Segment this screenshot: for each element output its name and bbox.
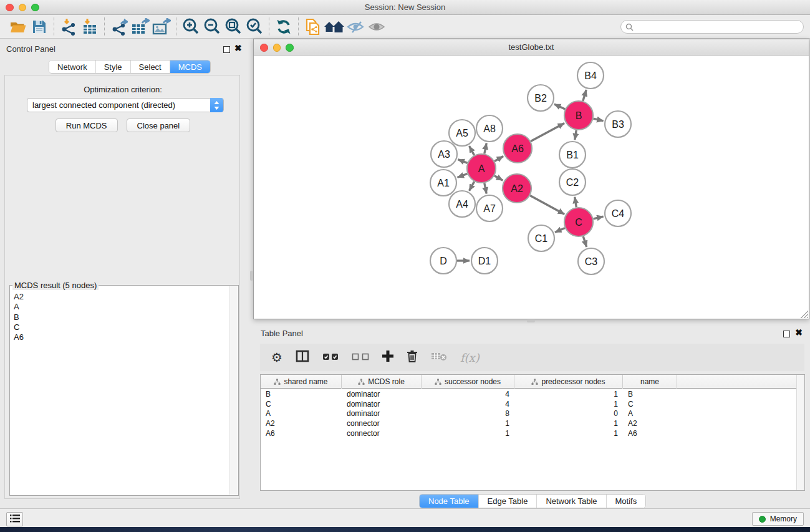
open-session-button[interactable] xyxy=(7,17,29,37)
graph-node-C4[interactable]: C4 xyxy=(605,200,631,226)
memory-button[interactable]: Memory xyxy=(752,512,804,526)
tab-motifs[interactable]: Motifs xyxy=(607,495,646,508)
graph-node-C1[interactable]: C1 xyxy=(528,225,554,251)
network-canvas[interactable]: B4B2BB3B1A5A8A6A3AA1C2A2A4A7C4CC1C3DD1 xyxy=(254,56,809,319)
edge-A-A6[interactable] xyxy=(494,157,503,162)
graph-node-A8[interactable]: A8 xyxy=(476,115,503,142)
table-row[interactable]: B dominator 4 1 B xyxy=(261,389,804,399)
float-panel-icon[interactable] xyxy=(223,46,230,53)
refresh-view-button[interactable] xyxy=(273,17,294,37)
tab-style[interactable]: Style xyxy=(96,60,131,73)
list-item[interactable]: B xyxy=(14,312,24,322)
graph-node-A7[interactable]: A7 xyxy=(476,195,503,221)
show-panels-button[interactable] xyxy=(366,17,387,37)
select-all-button[interactable] xyxy=(322,352,339,363)
column-header-successor-nodes[interactable]: successor nodes xyxy=(422,375,514,389)
column-header-predecessor-nodes[interactable]: predecessor nodes xyxy=(514,375,623,389)
show-columns-button[interactable] xyxy=(296,350,309,365)
search-input[interactable] xyxy=(620,20,804,34)
import-table-button[interactable] xyxy=(79,17,100,37)
tab-edge-table[interactable]: Edge Table xyxy=(479,495,538,508)
horizontal-scrollbar-thumb[interactable] xyxy=(527,319,535,322)
run-mcds-button[interactable]: Run MCDS xyxy=(55,118,118,132)
list-item[interactable]: A xyxy=(14,302,24,312)
edge-A2-C[interactable] xyxy=(530,196,564,215)
add-row-button[interactable] xyxy=(382,351,393,364)
home-button[interactable] xyxy=(324,17,345,37)
tab-select[interactable]: Select xyxy=(131,60,170,73)
zoom-in-button[interactable] xyxy=(180,17,201,37)
edge-A-A8[interactable] xyxy=(485,143,486,154)
tab-mcds[interactable]: MCDS xyxy=(170,60,210,73)
edge-A-A5[interactable] xyxy=(470,146,475,155)
graph-node-C2[interactable]: C2 xyxy=(559,169,586,195)
edge-B-B1[interactable] xyxy=(575,130,576,140)
graph-node-A1[interactable]: A1 xyxy=(430,170,456,196)
tab-network-table[interactable]: Network Table xyxy=(537,495,606,508)
graph-node-A3[interactable]: A3 xyxy=(431,141,457,167)
table-row[interactable]: A6 connector 1 1 A6 xyxy=(261,428,804,438)
clone-network-button[interactable] xyxy=(302,17,324,37)
save-session-button[interactable] xyxy=(29,17,50,37)
edge-C-C3[interactable] xyxy=(583,236,586,247)
list-item[interactable]: A2 xyxy=(14,292,24,302)
edge-C-C4[interactable] xyxy=(593,216,603,219)
edge-A-A4[interactable] xyxy=(470,181,475,191)
graph-node-C3[interactable]: C3 xyxy=(578,248,604,274)
optimization-criterion-select[interactable]: largest connected component (directed) xyxy=(27,98,224,112)
column-header-name[interactable]: name xyxy=(623,375,677,389)
import-network-button[interactable] xyxy=(58,17,79,37)
zoom-selected-button[interactable] xyxy=(244,17,265,37)
close-panel-icon[interactable]: ✖ xyxy=(234,43,242,53)
close-panel-button[interactable]: Close panel xyxy=(127,118,191,132)
edge-A-A3[interactable] xyxy=(458,160,467,163)
graph-node-B[interactable]: B xyxy=(564,101,593,130)
table-row[interactable]: A dominator 8 0 A xyxy=(261,409,804,419)
table-scrollbar[interactable] xyxy=(796,375,804,490)
vertical-splitter-handle[interactable] xyxy=(250,271,253,281)
list-item[interactable]: A6 xyxy=(14,332,24,342)
task-history-button[interactable] xyxy=(6,512,23,526)
hide-panels-button[interactable] xyxy=(345,17,366,37)
edge-A-A7[interactable] xyxy=(485,183,486,194)
edge-A6-B[interactable] xyxy=(531,123,564,141)
graph-node-D[interactable]: D xyxy=(430,248,456,274)
tab-node-table[interactable]: Node Table xyxy=(420,495,479,508)
graph-node-D1[interactable]: D1 xyxy=(471,248,498,274)
deselect-all-button[interactable] xyxy=(352,352,369,363)
list-item[interactable]: C xyxy=(14,322,24,332)
edge-C-C2[interactable] xyxy=(575,197,577,208)
edge-A-A2[interactable] xyxy=(494,176,503,181)
table-row[interactable]: A2 connector 1 1 A2 xyxy=(261,418,804,428)
resize-grip-icon[interactable] xyxy=(800,310,808,318)
graph-node-A[interactable]: A xyxy=(467,154,496,183)
graph-node-B1[interactable]: B1 xyxy=(559,142,586,168)
network-window-titlebar[interactable]: testGlobe.txt xyxy=(254,39,809,56)
table-row[interactable]: C dominator 4 1 C xyxy=(261,399,804,409)
edge-B-B3[interactable] xyxy=(593,118,603,121)
graph-node-B3[interactable]: B3 xyxy=(605,111,631,137)
graph-node-A4[interactable]: A4 xyxy=(449,191,475,217)
edge-A-A1[interactable] xyxy=(458,174,468,178)
delete-table-button[interactable] xyxy=(431,351,447,364)
export-table-button[interactable] xyxy=(130,17,151,37)
network-graph[interactable]: B4B2BB3B1A5A8A6A3AA1C2A2A4A7C4CC1C3DD1 xyxy=(254,56,809,319)
edge-B-B2[interactable] xyxy=(554,104,565,109)
graph-node-C[interactable]: C xyxy=(564,208,593,236)
column-header-mcds-role[interactable]: MCDS role xyxy=(342,375,422,389)
graph-node-A6[interactable]: A6 xyxy=(503,134,532,163)
tab-network[interactable]: Network xyxy=(49,60,96,73)
graph-node-B2[interactable]: B2 xyxy=(528,85,554,111)
close-table-panel-icon[interactable]: ✖ xyxy=(795,327,803,337)
column-header-shared-name[interactable]: shared name xyxy=(261,375,342,389)
graph-node-A2[interactable]: A2 xyxy=(503,174,531,203)
table-settings-button[interactable]: ⚙ xyxy=(271,350,282,365)
graph-node-A5[interactable]: A5 xyxy=(449,120,475,146)
edge-C-C1[interactable] xyxy=(555,228,565,233)
export-image-button[interactable] xyxy=(151,17,172,37)
edge-B-B4[interactable] xyxy=(583,90,586,101)
export-network-button[interactable] xyxy=(108,17,130,37)
delete-rows-button[interactable] xyxy=(407,350,418,365)
graph-node-B4[interactable]: B4 xyxy=(577,62,604,89)
zoom-fit-button[interactable] xyxy=(223,17,244,37)
